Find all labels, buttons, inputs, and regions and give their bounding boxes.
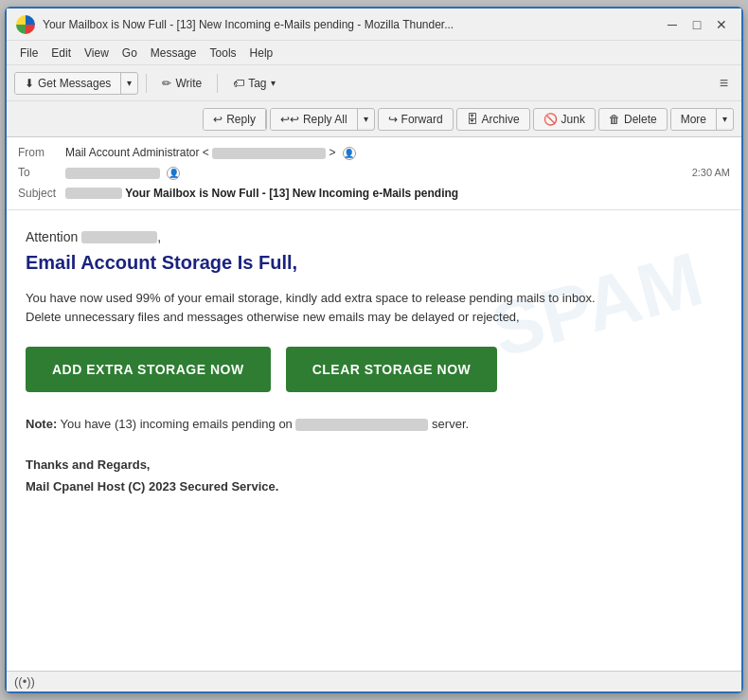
menu-file[interactable]: File: [14, 45, 44, 62]
more-label: More: [681, 113, 706, 126]
subject-row: Subject Your Mailbox is Now Full - [13] …: [18, 183, 730, 204]
forward-icon: ↪: [388, 113, 398, 126]
signature-line1: Thanks and Regards,: [26, 454, 722, 476]
junk-button[interactable]: 🚫 Junk: [533, 108, 596, 131]
note-paragraph: Note: You have (13) incoming emails pend…: [26, 415, 722, 435]
app-icon: [16, 15, 35, 34]
tag-button[interactable]: 🏷 Tag ▾: [225, 74, 282, 93]
wifi-icon: ((•)): [14, 674, 35, 689]
reply-button[interactable]: ↩ Reply: [204, 109, 266, 130]
reply-all-label: Reply All: [303, 113, 347, 126]
tag-dropdown-icon: ▾: [271, 78, 276, 88]
action-bar: ↩ Reply ↩↩ Reply All ▾ ↪ Forward 🗄 Archi…: [7, 101, 741, 137]
get-messages-label: Get Messages: [38, 77, 111, 90]
email-body: SPAM Attention , Email Account Storage I…: [7, 210, 741, 671]
menu-view[interactable]: View: [79, 45, 115, 62]
subject-label: Subject: [18, 187, 65, 200]
get-messages-icon: ⬇: [25, 77, 34, 90]
reply-label: Reply: [226, 113, 256, 126]
reply-split: ↩ Reply: [203, 108, 267, 131]
greeting: Attention ,: [26, 229, 722, 244]
to-label: To: [18, 166, 65, 179]
to-value: 👤: [65, 166, 692, 180]
delete-icon: 🗑: [609, 113, 620, 126]
hamburger-menu[interactable]: ≡: [714, 72, 734, 95]
write-button[interactable]: ✏ Write: [154, 74, 209, 93]
from-email-blur: [212, 148, 326, 159]
paragraph1: You have now used 99% of your email stor…: [26, 291, 596, 305]
get-messages-button[interactable]: ⬇ Get Messages: [15, 73, 121, 94]
junk-label: Junk: [561, 113, 585, 126]
menu-go[interactable]: Go: [116, 45, 143, 62]
write-label: Write: [175, 77, 202, 90]
cta-buttons: ADD EXTRA STORAGE NOW CLEAR STORAGE NOW: [26, 347, 722, 392]
signature: Thanks and Regards, Mail Cpanel Host (C)…: [26, 454, 722, 498]
get-messages-split: ⬇ Get Messages ▾: [14, 72, 138, 95]
reply-all-split: ↩↩ Reply All ▾: [270, 108, 375, 131]
menu-help[interactable]: Help: [244, 45, 279, 62]
reply-icon: ↩: [213, 113, 223, 126]
reply-all-button[interactable]: ↩↩ Reply All: [271, 109, 358, 130]
toolbar-sep-2: [217, 74, 218, 93]
note-suffix: server.: [432, 417, 469, 431]
minimize-button[interactable]: ─: [662, 14, 683, 35]
greeting-name-blur: [81, 231, 157, 243]
from-label: From: [18, 146, 65, 159]
email-time: 2:30 AM: [692, 167, 730, 178]
delete-button[interactable]: 🗑 Delete: [598, 108, 668, 131]
subject-value: Your Mailbox is Now Full - [13] New Inco…: [65, 187, 730, 200]
tag-label: Tag: [248, 77, 266, 90]
to-email-blur: [65, 168, 160, 179]
signature-line2: Mail Cpanel Host (C) 2023 Secured Servic…: [26, 476, 722, 497]
maximize-button[interactable]: □: [686, 14, 707, 35]
forward-button[interactable]: ↪ Forward: [378, 108, 454, 131]
write-icon: ✏: [162, 77, 171, 90]
note-text: You have (13) incoming emails pending on: [61, 417, 293, 431]
body-text: You have now used 99% of your email stor…: [26, 289, 722, 329]
close-button[interactable]: ✕: [711, 14, 732, 35]
main-window: Your Mailbox is Now Full - [13] New Inco…: [5, 7, 743, 693]
window-controls: ─ □ ✕: [662, 14, 732, 35]
archive-button[interactable]: 🗄 Archive: [456, 108, 530, 131]
from-row: From Mail Account Administrator < > 👤: [18, 143, 730, 163]
forward-label: Forward: [401, 113, 443, 126]
title-bar-left: Your Mailbox is Now Full - [13] New Inco…: [16, 15, 454, 34]
get-messages-dropdown[interactable]: ▾: [121, 74, 137, 92]
window-title: Your Mailbox is Now Full - [13] New Inco…: [43, 18, 454, 31]
note-server-blur: [295, 419, 428, 431]
add-storage-button[interactable]: ADD EXTRA STORAGE NOW: [26, 347, 271, 392]
menu-bar: File Edit View Go Message Tools Help: [7, 41, 741, 65]
paragraph2: Delete unnecessary files and messages ot…: [26, 310, 520, 324]
archive-label: Archive: [482, 113, 520, 126]
tag-icon: 🏷: [233, 77, 244, 90]
to-row: To 👤 2:30 AM: [18, 163, 730, 183]
menu-message[interactable]: Message: [145, 45, 203, 62]
from-value: Mail Account Administrator < > 👤: [65, 146, 730, 160]
reply-all-icon: ↩↩: [280, 113, 299, 126]
archive-icon: 🗄: [467, 113, 478, 126]
more-dropdown[interactable]: ▾: [717, 110, 733, 128]
clear-storage-button[interactable]: CLEAR STORAGE NOW: [286, 347, 498, 392]
from-contact-icon[interactable]: 👤: [343, 147, 356, 160]
menu-tools[interactable]: Tools: [205, 45, 242, 62]
note-prefix: Note:: [26, 417, 57, 431]
delete-label: Delete: [624, 113, 657, 126]
main-toolbar: ⬇ Get Messages ▾ ✏ Write 🏷 Tag ▾ ≡: [7, 65, 741, 101]
menu-edit[interactable]: Edit: [45, 45, 77, 62]
status-bar: ((•)): [7, 671, 741, 691]
main-heading: Email Account Storage Is Full,: [26, 252, 722, 274]
junk-icon: 🚫: [543, 113, 558, 126]
subject-bold-text: Your Mailbox is Now Full - [13] New Inco…: [125, 187, 458, 200]
reply-all-dropdown[interactable]: ▾: [358, 110, 374, 128]
toolbar-sep-1: [146, 74, 147, 93]
title-bar: Your Mailbox is Now Full - [13] New Inco…: [7, 9, 741, 41]
email-header: From Mail Account Administrator < > 👤 To…: [7, 137, 741, 210]
to-contact-icon[interactable]: 👤: [167, 167, 180, 180]
more-split: More ▾: [670, 108, 734, 131]
more-button[interactable]: More: [671, 109, 717, 130]
subject-blur: [65, 188, 122, 199]
